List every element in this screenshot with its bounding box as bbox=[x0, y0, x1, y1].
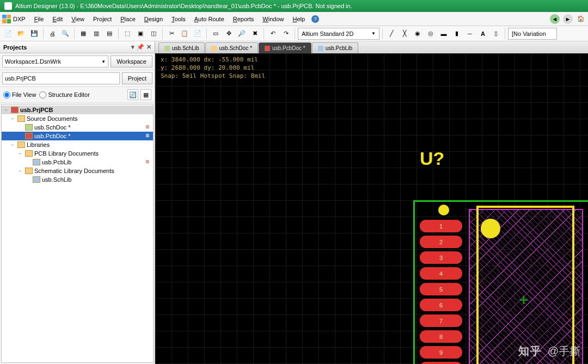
pad[interactable]: 1 bbox=[420, 220, 462, 232]
home-button[interactable]: 🏠 bbox=[576, 14, 586, 24]
menu-help[interactable]: Help bbox=[288, 14, 309, 24]
tree-root[interactable]: −usb.PrjPCB bbox=[2, 106, 153, 114]
panel-pin-icon[interactable]: 📌 bbox=[137, 44, 144, 51]
pad[interactable]: 3 bbox=[420, 251, 462, 264]
tree-pcblib[interactable]: usb.PcbLib🗎 bbox=[2, 158, 153, 166]
origin-marker-icon: + bbox=[519, 291, 529, 309]
menu-tools[interactable]: Tools bbox=[167, 14, 190, 24]
clear-button[interactable]: ✖ bbox=[249, 28, 261, 40]
help-icon[interactable]: ? bbox=[311, 15, 319, 23]
dxp-menu[interactable]: DXP bbox=[2, 15, 26, 23]
pad[interactable]: 2 bbox=[420, 236, 462, 248]
3d-button[interactable]: ▤ bbox=[103, 28, 115, 40]
place-poly-button[interactable]: ▬ bbox=[438, 28, 450, 40]
menu-view[interactable]: View bbox=[67, 14, 89, 24]
menu-autoroute[interactable]: Auto Route bbox=[190, 14, 229, 24]
tree-schdoc[interactable]: usb.SchDoc *🗎 bbox=[2, 123, 153, 132]
pin1-marker-icon bbox=[438, 205, 449, 215]
place-via-button[interactable]: ◉ bbox=[412, 28, 424, 40]
variation-label: [No Variation bbox=[512, 30, 546, 37]
window-title: Altium Designer (13.0) - E:\360MoveData\… bbox=[15, 3, 352, 9]
pad[interactable]: 6 bbox=[420, 299, 462, 311]
undo-button[interactable]: ↶ bbox=[267, 28, 279, 40]
menu-file[interactable]: FFileile bbox=[30, 14, 48, 24]
pad[interactable]: 10 bbox=[420, 362, 462, 364]
preview-button[interactable]: 🔍 bbox=[59, 28, 71, 40]
panel-close-icon[interactable]: ✕ bbox=[146, 44, 151, 51]
nav-fwd-button[interactable]: ► bbox=[563, 14, 573, 24]
project-tree[interactable]: −usb.PrjPCB −Source Documents usb.SchDoc… bbox=[1, 104, 154, 363]
route-track-button[interactable]: ╱ bbox=[385, 28, 397, 40]
pcb-canvas[interactable]: x: 3840.000 dx: -55.000 mil y: 2680.000 … bbox=[155, 53, 588, 364]
copy-button[interactable]: 📋 bbox=[179, 28, 191, 40]
orientation-dot-icon bbox=[481, 219, 500, 238]
pad[interactable]: 7 bbox=[420, 314, 462, 327]
nav-back-button[interactable]: ◄ bbox=[550, 14, 560, 24]
projects-panel: Projects ▾ 📌 ✕ Workspace1.DsnWrk▼ Worksp… bbox=[0, 41, 155, 364]
place-comp-button[interactable]: ▯ bbox=[490, 28, 502, 40]
app-icon bbox=[4, 2, 12, 10]
pad[interactable]: 9 bbox=[420, 346, 462, 359]
zoom-fit-button[interactable]: ▣ bbox=[134, 28, 146, 40]
place-string-button[interactable]: A bbox=[477, 28, 489, 40]
panel-dropdown-icon[interactable]: ▾ bbox=[131, 44, 134, 51]
redo-button[interactable]: ↷ bbox=[280, 28, 292, 40]
cut-button[interactable]: ✂ bbox=[166, 28, 177, 40]
document-tabs: usb.SchLib usb.SchDoc * usb.PcbDoc * usb… bbox=[155, 41, 588, 53]
place-pad-button[interactable]: ◎ bbox=[425, 28, 437, 40]
title-bar: Altium Designer (13.0) - E:\360MoveData\… bbox=[0, 0, 588, 12]
zoom-area-button[interactable]: ⬚ bbox=[121, 28, 133, 40]
menu-window[interactable]: Window bbox=[258, 14, 288, 24]
workspace-combo[interactable]: Workspace1.DsnWrk▼ bbox=[2, 55, 108, 67]
menu-edit[interactable]: Edit bbox=[48, 14, 67, 24]
pads-left-column: 12345678910 bbox=[420, 220, 462, 364]
watermark: 知乎 @手撕 bbox=[518, 344, 580, 359]
tree-pcbdoc[interactable]: usb.PcbDoc *🗎 bbox=[2, 132, 153, 140]
designator-text: U? bbox=[420, 148, 444, 169]
tab-schlib[interactable]: usb.SchLib bbox=[158, 42, 205, 53]
options-icon[interactable]: ▦ bbox=[140, 89, 151, 100]
projects-panel-title: Projects bbox=[3, 44, 27, 51]
pad[interactable]: 8 bbox=[420, 330, 462, 343]
tab-schdoc[interactable]: usb.SchDoc * bbox=[205, 42, 258, 53]
select-button[interactable]: ▭ bbox=[210, 28, 222, 40]
menu-place[interactable]: Place bbox=[116, 14, 140, 24]
file-view-radio[interactable]: File View bbox=[3, 91, 36, 98]
menu-project[interactable]: Project bbox=[89, 14, 116, 24]
save-button[interactable]: 💾 bbox=[28, 28, 40, 40]
place-fill-button[interactable]: ▮ bbox=[451, 28, 463, 40]
tree-schlib[interactable]: usb.SchLib bbox=[2, 175, 153, 184]
project-field[interactable] bbox=[2, 72, 120, 84]
open-button[interactable]: 📂 bbox=[15, 28, 27, 40]
tree-libraries[interactable]: −Libraries bbox=[2, 140, 153, 149]
pad[interactable]: 5 bbox=[420, 283, 462, 295]
tree-pcblib-docs[interactable]: −PCB Library Documents bbox=[2, 149, 153, 158]
menu-bar: DXP FFileile Edit View Project Place Des… bbox=[0, 12, 588, 26]
route-diff-button[interactable]: ╳ bbox=[399, 28, 411, 40]
pad[interactable]: 4 bbox=[420, 267, 462, 280]
tab-pcblib[interactable]: usb.PcbLib bbox=[312, 42, 358, 53]
zoom-sel-button[interactable]: ◫ bbox=[148, 28, 160, 40]
tab-pcbdoc[interactable]: usb.PcbDoc * bbox=[259, 42, 311, 53]
variation-combo[interactable]: [No Variation bbox=[508, 28, 557, 40]
structure-editor-radio[interactable]: Structure Editor bbox=[39, 91, 89, 98]
tree-schlib-docs[interactable]: −Schematic Library Documents bbox=[2, 166, 153, 175]
new-doc-button[interactable]: 📄 bbox=[2, 28, 14, 40]
refresh-icon[interactable]: 🔄 bbox=[127, 89, 138, 100]
print-button[interactable]: 🖨 bbox=[46, 28, 58, 40]
view-mode-combo[interactable]: Altium Standard 2D▼ bbox=[298, 28, 379, 40]
move-button[interactable]: ✥ bbox=[223, 28, 235, 40]
board-button[interactable]: ▥ bbox=[90, 28, 102, 40]
project-button[interactable]: Project bbox=[122, 72, 152, 84]
projects-panel-header: Projects ▾ 📌 ✕ bbox=[0, 41, 155, 53]
dxp-label: DXP bbox=[13, 16, 26, 22]
workspace-button[interactable]: Workspace bbox=[111, 55, 152, 67]
tree-source-docs[interactable]: −Source Documents bbox=[2, 114, 153, 123]
workspace-value: Workspace1.DsnWrk bbox=[5, 58, 61, 65]
place-line-button[interactable]: ─ bbox=[464, 28, 476, 40]
layers-button[interactable]: ▦ bbox=[77, 28, 89, 40]
menu-reports[interactable]: Reports bbox=[229, 14, 259, 24]
paste-button[interactable]: 📄 bbox=[192, 28, 204, 40]
menu-design[interactable]: Design bbox=[140, 14, 167, 24]
find-button[interactable]: 🔎 bbox=[236, 28, 248, 40]
